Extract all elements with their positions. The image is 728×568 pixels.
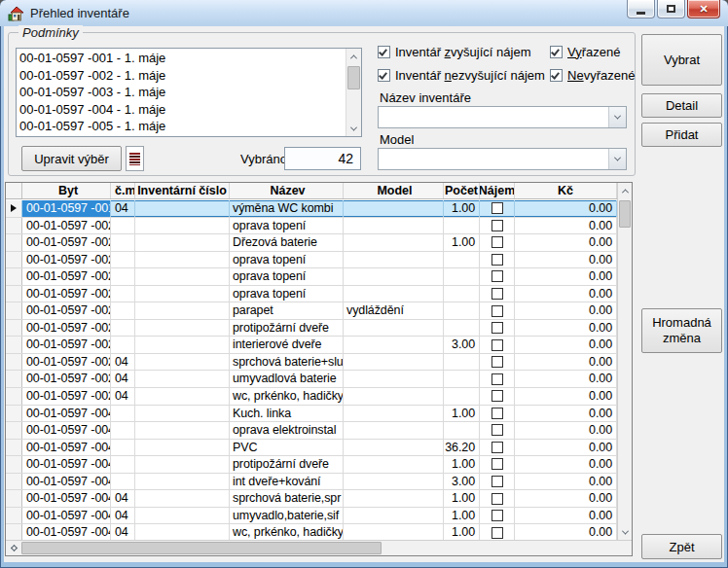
vybrat-button[interactable]: Vybrat — [641, 34, 722, 86]
najem-checkbox[interactable] — [491, 373, 503, 385]
table-row[interactable]: 00-01-0597 -004protipožární dveře1.000.0… — [6, 456, 617, 474]
cell-kc: 0.00 — [515, 371, 617, 387]
cell-najem — [480, 252, 515, 268]
scrollbar-thumb[interactable] — [619, 200, 631, 228]
table-row[interactable]: 00-01-0597 -00404sprchová baterie,spr1.0… — [6, 490, 617, 508]
grid-vertical-scrollbar[interactable] — [617, 183, 632, 540]
table-row[interactable]: 00-01-0597 -002protipožární dveře0.00 — [6, 320, 617, 337]
listbox-item[interactable]: 00-01-0597 -004 - 1. máje — [17, 101, 346, 119]
cell-inv — [135, 268, 230, 285]
cell-pocet: 1.00 — [444, 406, 480, 422]
scrollbar-thumb[interactable] — [347, 66, 360, 89]
table-row[interactable]: 00-01-0597 -002parapetvydláždění0.00 — [6, 302, 617, 320]
cell-najem — [480, 440, 515, 456]
table-row[interactable]: 00-01-0597 -00204wc, prkénko, hadičky0.0… — [6, 388, 617, 406]
cell-byt: 00-01-0597 -002 — [22, 286, 111, 302]
najem-checkbox[interactable] — [491, 339, 503, 351]
pridat-button[interactable]: Přidat — [641, 123, 722, 147]
table-row[interactable]: 00-01-0597 -002oprava topení0.00 — [6, 252, 617, 269]
cell-nazev: wc, prkénko, hadičky — [230, 388, 344, 405]
table-row[interactable]: 00-01-0597 -004PVC36.200.00 — [6, 440, 617, 457]
table-row[interactable]: 00-01-0597 -00204sprchová baterie+slu0.0… — [6, 354, 617, 372]
table-row[interactable]: 00-01-0597 -004oprava elektroinstal0.00 — [6, 422, 617, 440]
zpet-button[interactable]: Zpět — [641, 534, 722, 559]
scroll-up-icon[interactable] — [346, 49, 361, 64]
nazev-inventare-combobox[interactable] — [378, 106, 627, 128]
najem-checkbox[interactable] — [491, 493, 503, 505]
dropdown-button[interactable] — [608, 107, 626, 127]
table-row[interactable]: 00-01-0597 -004Kuch. linka1.000.00 — [6, 406, 617, 423]
dropdown-button[interactable] — [608, 149, 626, 169]
checkbox-vyrazene[interactable]: Vyřazené — [550, 44, 620, 59]
model-combobox[interactable] — [378, 148, 627, 170]
close-button[interactable]: ✕ — [687, 0, 720, 18]
detail-button[interactable]: Detail — [641, 93, 722, 118]
cell-pocet — [444, 354, 480, 371]
najem-checkbox[interactable] — [491, 458, 503, 470]
table-row[interactable]: 00-01-0597 -002oprava topení0.00 — [6, 268, 617, 286]
najem-checkbox[interactable] — [491, 202, 503, 214]
checkbox-inventar-zvysujici[interactable]: Inventář zvyšující nájem — [378, 44, 530, 59]
column-header-najem[interactable]: Nájem — [480, 183, 515, 198]
najem-checkbox[interactable] — [491, 527, 503, 539]
column-header-pocet[interactable]: Počet — [444, 183, 480, 198]
najem-checkbox[interactable] — [491, 408, 503, 419]
column-header-inv[interactable]: Inventární číslo — [135, 183, 230, 198]
scroll-down-icon[interactable] — [346, 121, 361, 136]
cell-cm — [111, 302, 135, 319]
table-row[interactable]: 00-01-0597 -00104výměna WC kombi1.000.00 — [6, 200, 617, 218]
apartment-listbox[interactable]: 00-01-0597 -001 - 1. máje00-01-0597 -002… — [16, 48, 362, 137]
hromadna-zmena-button[interactable]: Hromadná změna — [641, 308, 722, 353]
table-row[interactable]: 00-01-0597 -00404wc, prkénko, hadičky1.0… — [6, 524, 617, 540]
najem-checkbox[interactable] — [491, 356, 503, 368]
checkbox-nevyrazene[interactable]: Nevyřazené — [550, 67, 635, 83]
table-row[interactable]: 00-01-0597 -00404umyvadlo,baterie,sif1.0… — [6, 508, 617, 525]
column-header-byt[interactable]: Byt — [22, 183, 111, 198]
column-header-nazev[interactable]: Název — [230, 183, 344, 198]
listbox-item[interactable]: 00-01-0597 -003 - 1. máje — [17, 84, 346, 101]
najem-checkbox[interactable] — [491, 220, 503, 231]
table-row[interactable]: 00-01-0597 -002oprava topení0.00 — [6, 218, 617, 235]
table-row[interactable]: 00-01-0597 -002Dřezová baterie1.000.00 — [6, 234, 617, 252]
nazev-inventare-label: Název inventáře — [380, 90, 471, 105]
column-header-model[interactable]: Model — [344, 183, 444, 198]
table-row[interactable]: 00-01-0597 -002interierové dveře3.000.00 — [6, 337, 617, 354]
najem-checkbox[interactable] — [491, 442, 503, 453]
najem-checkbox[interactable] — [491, 510, 503, 521]
column-header-kc[interactable]: Kč — [515, 183, 617, 198]
row-selector — [6, 388, 22, 405]
table-row[interactable]: 00-01-0597 -002oprava topení0.00 — [6, 286, 617, 303]
table-row[interactable]: 00-01-0597 -00204umyvadlová baterie0.00 — [6, 371, 617, 388]
grid-horizontal-scrollbar[interactable] — [6, 540, 632, 555]
listbox-item[interactable]: 00-01-0597 -005 - 1. máje — [17, 118, 346, 135]
table-row[interactable]: 00-01-0597 -004int dveře+kování3.000.00 — [6, 474, 617, 491]
restore-button[interactable] — [657, 0, 685, 18]
najem-checkbox[interactable] — [491, 270, 503, 282]
titlebar[interactable]: Přehled inventáře ✕ — [0, 0, 728, 26]
najem-checkbox[interactable] — [491, 236, 503, 248]
najem-checkbox[interactable] — [491, 305, 503, 317]
listbox-item[interactable]: 00-01-0597 -002 - 1. máje — [17, 67, 346, 85]
upravit-vyber-button[interactable]: Upravit výběr — [21, 146, 122, 171]
scroll-down-icon[interactable] — [618, 524, 632, 540]
najem-checkbox[interactable] — [491, 322, 503, 334]
selection-list-button[interactable] — [126, 146, 144, 171]
cell-byt: 00-01-0597 -004 — [22, 490, 111, 507]
column-header-cm[interactable]: č.m. — [111, 183, 135, 198]
cell-nazev: protipožární dveře — [230, 456, 344, 473]
scrollbar-thumb[interactable] — [21, 542, 382, 554]
scroll-up-icon[interactable] — [618, 183, 632, 198]
listbox-scrollbar[interactable] — [346, 49, 361, 136]
listbox-item[interactable]: 00-01-0597 -001 - 1. máje — [17, 50, 346, 67]
najem-checkbox[interactable] — [491, 254, 503, 266]
row-selector — [6, 508, 22, 524]
minimize-button[interactable] — [627, 0, 655, 18]
cell-model: vydláždění — [344, 302, 444, 319]
scroll-right-icon[interactable] — [6, 541, 21, 555]
najem-checkbox[interactable] — [491, 390, 503, 402]
checkbox-inventar-nezvysujici[interactable]: Inventář nezvyšující nájem — [378, 67, 545, 83]
cell-inv — [135, 200, 230, 217]
najem-checkbox[interactable] — [491, 424, 503, 436]
najem-checkbox[interactable] — [491, 288, 503, 300]
najem-checkbox[interactable] — [491, 476, 503, 487]
